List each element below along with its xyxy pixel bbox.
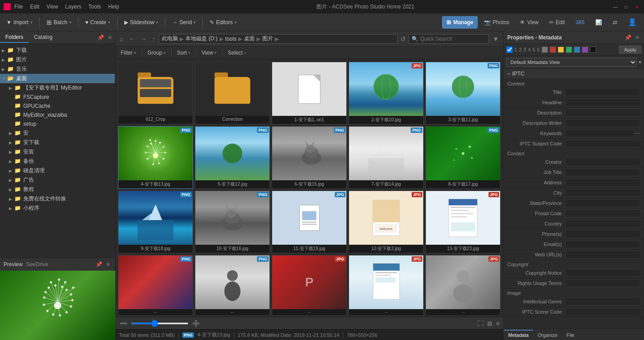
zoom-out-icon[interactable]: ➖	[118, 319, 129, 328]
tree-item-setup[interactable]: 📁 setup	[0, 119, 115, 128]
365-button[interactable]: 365	[571, 16, 589, 29]
tree-item-music[interactable]: ▶ 📁 音乐	[0, 64, 115, 74]
iptc-weburl-field[interactable]	[565, 251, 640, 259]
thumb-item-13[interactable]: JPG Welcome 12-安下载2.jpg	[349, 191, 424, 253]
view-mode-button[interactable]: View ▾	[199, 49, 219, 57]
forward-icon[interactable]: →	[139, 34, 148, 43]
thumb-item-0[interactable]: 012_Crop	[118, 62, 193, 124]
iptc-descwriter-field[interactable]	[565, 119, 640, 127]
tab-file[interactable]: File	[562, 330, 579, 340]
color-swatch-black[interactable]	[590, 47, 596, 53]
tree-item-anxiazai[interactable]: ▶ 📁 安下载	[0, 138, 115, 147]
meta-checkbox[interactable]	[506, 47, 513, 53]
thumb-item-6[interactable]: PNG 5-安下载12.jpg	[195, 126, 270, 189]
pin-right-icon[interactable]: 📌	[624, 34, 632, 42]
maximize-button[interactable]: □	[623, 3, 630, 10]
import-button[interactable]: ▼ Import ▾	[3, 16, 36, 29]
thumb-item-1[interactable]: Correction	[195, 62, 270, 124]
select-button[interactable]: Select -	[225, 49, 249, 57]
thumb-item-19[interactable]: JPG ···	[425, 255, 501, 316]
chart-button[interactable]: 📊	[591, 16, 606, 29]
list-view-icon[interactable]: ≡	[495, 319, 501, 328]
tab-metadata[interactable]: Metadata	[504, 330, 533, 340]
tree-item-fscapture[interactable]: 📁 FSCapture	[0, 93, 115, 102]
iptc-country-field[interactable]	[565, 220, 640, 228]
menu-file[interactable]: File	[14, 4, 23, 10]
meta-view-arrow[interactable]: ▾	[639, 59, 641, 65]
iptc-city-field[interactable]	[565, 189, 640, 197]
iptc-jobtitle-field[interactable]	[565, 168, 640, 176]
batch-button[interactable]: ⊞ Batch ▾	[43, 16, 75, 29]
thumb-item-3[interactable]: JPG 2-安下载10.jpg	[349, 62, 424, 124]
iptc-subject-field[interactable]	[565, 140, 640, 148]
tree-item-pictures[interactable]: ▶ 📁 图片	[0, 55, 115, 64]
tree-item-mini[interactable]: ▶ 📁 小程序	[0, 204, 115, 213]
thumb-item-17[interactable]: JPG P ···	[272, 255, 347, 316]
iptc-email-field[interactable]	[565, 240, 640, 248]
manage-button[interactable]: ⊞ Manage	[442, 16, 478, 29]
send-button[interactable]: → Send ▾	[168, 16, 199, 29]
thumb-item-4[interactable]: PNG 3-安下载11.jpg	[425, 62, 501, 124]
close-button[interactable]: ✕	[633, 3, 640, 10]
menu-edit[interactable]: Edit	[30, 4, 39, 10]
metadata-view-select[interactable]: Default Metadata View	[506, 58, 637, 67]
keywords-more-button[interactable]: ⋯	[635, 130, 640, 136]
color-swatch-blue[interactable]	[574, 47, 580, 53]
tree-item-diskclean[interactable]: ▶ 📁 碰盘清理	[0, 166, 115, 175]
color-swatch-purple[interactable]	[582, 47, 588, 53]
search-input[interactable]	[420, 36, 478, 42]
iptc-genre-field[interactable]	[565, 298, 640, 306]
menu-help[interactable]: Help	[108, 4, 119, 10]
close-panel-icon[interactable]: ✕	[107, 34, 113, 42]
iptc-state-field[interactable]	[565, 199, 640, 207]
filter-button[interactable]: Filter ▾	[118, 49, 139, 57]
iptc-keywords-field[interactable]	[565, 129, 634, 137]
thumb-item-5[interactable]: PNG	[118, 126, 193, 189]
refresh-icon[interactable]: ↺	[400, 34, 407, 43]
tree-item-tutorial[interactable]: ▶ 📁 教程	[0, 185, 115, 194]
zoom-in-icon[interactable]: ➕	[190, 319, 202, 328]
tab-organize[interactable]: Organize	[533, 330, 562, 340]
tree-item-converter[interactable]: ▶ 📁 免费在线文件转换	[0, 194, 115, 204]
tree-item-myeditor2[interactable]: 📁 MyEditor_xiazaiba	[0, 110, 115, 119]
thumb-item-15[interactable]: PNG ···	[118, 255, 193, 316]
up-icon[interactable]: ↑	[150, 34, 157, 43]
iptc-copyright-field[interactable]	[565, 269, 640, 277]
sort-button[interactable]: Sort ▾	[174, 49, 193, 57]
breadcrumb[interactable]: 此电脑 ▶ 本地磁盘 (D:) ▶ tools ▶ 桌面 ▶ 图片 ▶	[159, 34, 398, 44]
menu-tools[interactable]: Tools	[88, 4, 101, 10]
thumb-item-12[interactable]: JPG 11-安下载19.jpg	[272, 191, 347, 253]
iptc-title-field[interactable]	[565, 88, 640, 96]
slideshow-button[interactable]: ▶ Slideshow ▾	[121, 16, 162, 29]
pin-icon[interactable]: 📌	[97, 34, 105, 42]
iptc-phone-field[interactable]	[565, 230, 640, 238]
iptc-headline-field[interactable]	[565, 98, 640, 106]
thumb-item-7[interactable]: PNG 6-安下载15.jpg	[272, 126, 347, 189]
iptc-header[interactable]: − IPTC	[504, 69, 644, 79]
home-icon[interactable]: ⌂	[118, 34, 125, 43]
color-swatch-yellow[interactable]	[558, 47, 564, 53]
tree-item-desktop[interactable]: ▼ 📂 桌面	[0, 74, 115, 83]
thumb-item-18[interactable]: JPG ···	[349, 255, 424, 316]
tree-item-downloads[interactable]: ▶ 📁 下载	[0, 46, 115, 55]
thumb-item-11[interactable]: PNG 10-安下载16.jpg	[195, 191, 270, 253]
tree-item-an[interactable]: ▶ 📁 安	[0, 128, 115, 138]
edit-button[interactable]: ✏ Edit	[545, 16, 569, 29]
search-box[interactable]: 🔍	[408, 34, 489, 44]
back-icon[interactable]: ←	[127, 34, 137, 43]
iptc-postal-field[interactable]	[565, 209, 640, 217]
thumb-item-10[interactable]: PNG 9-安下载18.jpg	[118, 191, 193, 253]
pin-preview-icon[interactable]: 📌	[95, 260, 103, 268]
iptc-creator-field[interactable]	[565, 158, 640, 166]
tab-folders[interactable]: Folders	[0, 32, 29, 43]
create-button[interactable]: ♥ Create ▾	[82, 16, 114, 29]
tree-item-backup[interactable]: ▶ 📁 备份	[0, 157, 115, 166]
group-button[interactable]: Group ▾	[145, 49, 168, 57]
menu-view[interactable]: View	[46, 4, 58, 10]
tree-item-myeditor[interactable]: ▶ 📁 【安下载专用】MyEditor	[0, 83, 115, 93]
iptc-rights-field[interactable]	[565, 279, 640, 287]
fit-icon[interactable]: ⛶	[476, 319, 484, 328]
tab-preview[interactable]: Preview	[4, 261, 23, 268]
tree-item-anzhuang[interactable]: ▶ 📁 安装	[0, 147, 115, 157]
view-button[interactable]: 👁 View	[515, 16, 543, 29]
